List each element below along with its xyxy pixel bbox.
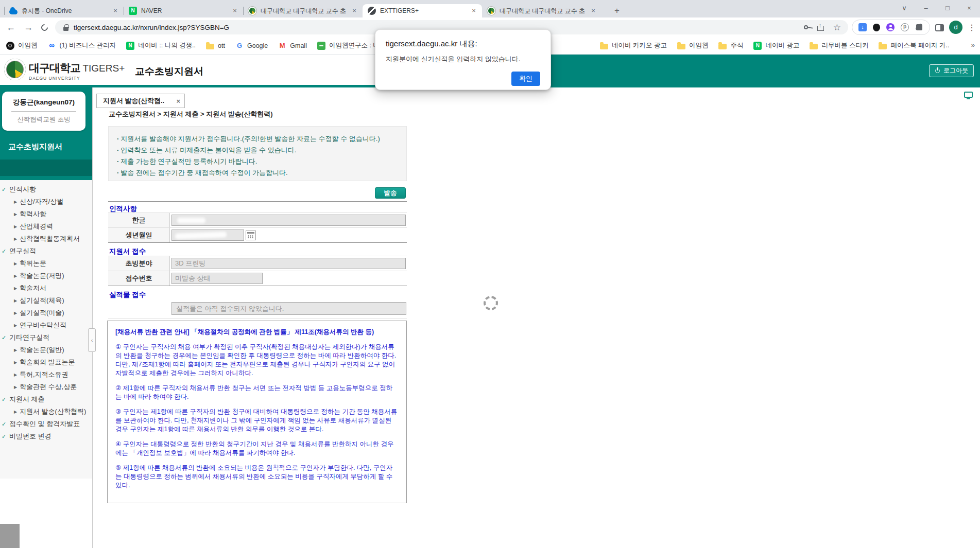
browser-tab[interactable]: 휴지통 - OneDrive × — [4, 4, 124, 17]
bookmark-label: 페이스북 페이지 가.. — [890, 41, 949, 50]
window-maximize-button[interactable]: □ — [937, 0, 958, 17]
extensions-puzzle-icon[interactable] — [916, 24, 922, 30]
site-brand[interactable]: 대구대학교 TIGERS+ DAEGU UNIVERSITY — [29, 61, 125, 81]
divider — [11, 111, 76, 112]
legal-notice-box: [채용서류 반환 관련 안내] 「채용절차의 공정화에 관한 법률」 제11조(… — [107, 321, 407, 503]
bookmark-star-icon[interactable]: ☆ — [833, 23, 841, 32]
window-chevron-icon[interactable]: ∨ — [893, 0, 915, 17]
bookmark-item[interactable]: 리무버블 스티커 — [810, 41, 868, 50]
logout-button[interactable]: 로그아웃 — [929, 64, 974, 77]
section-results-title: 실적물 접수 — [108, 286, 407, 299]
menu-item-label: 학술논문(일반) — [20, 345, 64, 355]
sidebar-menu-item[interactable]: ✓ ▶ 특허,지적소유권 — [0, 368, 92, 381]
send-button[interactable]: 발송 — [375, 187, 406, 199]
calendar-icon[interactable] — [246, 231, 256, 240]
sidebar-menu-item[interactable]: ✓ ▶ 연구비수탁실적 — [0, 319, 92, 331]
bookmark-item[interactable]: 네이버 광고 — [753, 41, 799, 50]
bookmark-favicon — [126, 42, 134, 50]
user-role: 산학협력교원 초빙 — [2, 115, 85, 124]
tab-title: NAVER — [141, 7, 228, 14]
menu-item-label: 학술회의 발표논문 — [20, 358, 75, 367]
monitor-icon[interactable] — [964, 92, 973, 98]
sidebar-menu-item[interactable]: ✓ ▶ 학위논문 — [0, 257, 92, 270]
tab-favicon — [248, 7, 256, 15]
reload-button[interactable] — [40, 23, 49, 32]
menu-item-label: 산학협력활동계획서 — [20, 234, 80, 243]
bookmark-item[interactable]: 아임웹 — [6, 41, 38, 50]
sidebar-menu-item[interactable]: ✓ ▶ 신상/자격/상벌 — [0, 196, 92, 208]
arrow-right-icon: ▶ — [14, 298, 20, 303]
side-panel-icon[interactable] — [935, 24, 944, 31]
bookmark-label: 아임웹 — [18, 41, 38, 50]
bookmark-item[interactable]: 페이스북 페이지 가.. — [879, 41, 949, 50]
browser-menu-icon[interactable]: ⋮ — [968, 23, 976, 32]
purple-extension-icon[interactable] — [886, 23, 895, 31]
back-button[interactable]: ← — [6, 23, 15, 32]
bookmark-label: 네이버 :: 나의 경쟁.. — [138, 41, 196, 50]
window-close-button[interactable]: × — [958, 0, 980, 17]
bookmark-item[interactable]: Google — [235, 42, 268, 50]
form-row-birth: 생년월일 — [108, 227, 407, 243]
profile-avatar[interactable]: d — [949, 21, 962, 34]
sidebar-collapse-handle[interactable]: ‹ — [88, 328, 96, 352]
browser-tab[interactable]: EXTTIGERS+ × — [363, 4, 482, 17]
sidebar-menu-item[interactable]: ✓ ▶ 지원서 제출 — [0, 393, 92, 405]
sidebar-menu-item[interactable]: ✓ ▶ 학술저서 — [0, 282, 92, 294]
sidebar-menu-item[interactable]: ✓ ▶ 실기실적(체육) — [0, 294, 92, 307]
sidebar-menu-item[interactable]: ✓ ▶ 기타연구실적 — [0, 331, 92, 344]
arrow-right-icon: ▶ — [14, 224, 20, 229]
sidebar-menu-item[interactable]: ✓ ▶ 학술회의 발표논문 — [0, 356, 92, 368]
content-tab-close-icon[interactable]: × — [176, 97, 180, 105]
tab-close-icon[interactable]: × — [470, 7, 478, 15]
forward-button[interactable]: → — [24, 23, 33, 32]
sidebar-menu-item[interactable]: ✓ ▶ 비밀번호 변경 — [0, 430, 92, 443]
sidebar-menu-item[interactable]: ✓ ▶ 학술관련 수상,상훈 — [0, 381, 92, 393]
new-tab-button[interactable]: + — [610, 4, 624, 17]
bookmarks-overflow-icon[interactable]: » — [971, 41, 975, 49]
power-icon — [935, 68, 940, 74]
window-minimize-button[interactable]: – — [915, 0, 937, 17]
tab-close-icon[interactable]: × — [589, 7, 597, 15]
alert-confirm-button[interactable]: 확인 — [511, 72, 540, 86]
legal-paragraph: ④ 구인자는 대통령령으로 정한 반환의 청구기간이 지난 경우 및 채용서류를… — [115, 440, 399, 457]
password-key-icon[interactable] — [804, 25, 808, 29]
extensions-pill — [852, 20, 930, 35]
menu-item-label: 지원서 제출 — [9, 395, 45, 404]
share-icon[interactable] — [817, 24, 824, 31]
section-personal-title: 인적사항 — [108, 201, 407, 213]
sidebar-menu-item[interactable]: ✓ ▶ 학력사항 — [0, 208, 92, 220]
sidebar-menu-item[interactable]: ✓ ▶ 인적사항 — [0, 183, 92, 196]
sidebar-menu-item[interactable]: ✓ ▶ 실기실적(미술) — [0, 307, 92, 319]
p-extension-icon[interactable] — [901, 23, 909, 31]
bookmark-item[interactable]: 네이버 카카오 광고 — [600, 41, 667, 50]
legal-paragraph: ① 구인자는 구직자의 채용 여부가 확정된 이후 구직자(확정된 채용대상자는… — [115, 343, 399, 378]
bookmark-item[interactable]: ott — [206, 42, 225, 49]
user-name: 강동근(kangeun07) — [2, 98, 85, 107]
sidebar-menu-item[interactable]: ✓ ▶ 산학협력활동계획서 — [0, 233, 92, 245]
download-extension-icon[interactable] — [858, 23, 867, 31]
bookmark-item[interactable]: 아임웹 — [677, 41, 709, 50]
sidebar-menu-item[interactable]: ✓ ▶ 학술논문(일반) — [0, 344, 92, 356]
sidebar: 강동근(kangeun07) 산학협력교원 초빙 교수초빙지원서 ✓ ▶ 인적사… — [0, 87, 92, 548]
form-row-results: 실적물은 아직 접수되지 않았습니다. — [108, 299, 407, 319]
sidebar-menu-item[interactable]: ✓ ▶ 연구실적 — [0, 245, 92, 257]
black-extension-icon[interactable] — [873, 24, 880, 31]
bookmark-item[interactable]: 주식 — [718, 41, 743, 50]
browser-tab[interactable]: 대구대학교 대구대학교 교수 초 × — [482, 4, 601, 17]
lock-icon[interactable] — [63, 27, 68, 31]
sidebar-menu-item[interactable]: ✓ ▶ 접수확인 및 합격자발표 — [0, 418, 92, 430]
sidebar-menu-item[interactable]: ✓ ▶ 학술논문(저명) — [0, 270, 92, 282]
browser-tab[interactable]: NAVER × — [124, 4, 243, 17]
tab-close-icon[interactable]: × — [350, 7, 358, 15]
sidebar-menu-item[interactable]: ✓ ▶ 산업체경력 — [0, 220, 92, 233]
tab-close-icon[interactable]: × — [231, 7, 239, 15]
bookmark-item[interactable]: 네이버 :: 나의 경쟁.. — [126, 41, 196, 50]
sidebar-menu-item[interactable]: ✓ ▶ 지원서 발송(산학협력) — [0, 405, 92, 418]
university-logo[interactable] — [4, 59, 26, 80]
bookmark-item[interactable]: Gmail — [278, 42, 307, 50]
browser-tab[interactable]: 대구대학교 대구대학교 교수 초 × — [243, 4, 363, 17]
bookmark-item[interactable]: (1) 비즈니스 관리자 — [48, 41, 116, 50]
tab-close-icon[interactable]: × — [111, 7, 119, 15]
content-tab[interactable]: 지원서 발송(산학협.. × — [96, 94, 185, 108]
bookmark-favicon — [235, 42, 244, 50]
